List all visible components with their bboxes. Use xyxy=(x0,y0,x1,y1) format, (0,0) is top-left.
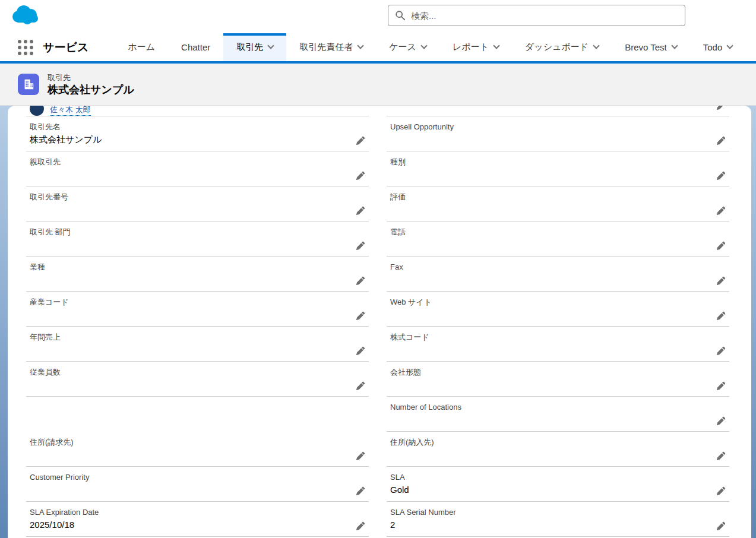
edit-pencil-button[interactable] xyxy=(716,381,726,391)
field-row: 取引先番号 xyxy=(26,186,369,221)
owner-avatar[interactable] xyxy=(30,106,44,116)
edit-pencil-button[interactable] xyxy=(356,136,365,145)
owner-link[interactable]: 佐々木 太郎 xyxy=(50,106,91,116)
edit-pencil-button[interactable] xyxy=(356,486,365,496)
chevron-down-icon xyxy=(593,42,599,49)
field-label: 住所(請求先) xyxy=(30,438,365,447)
nav-tab[interactable]: 取引先責任者 xyxy=(286,33,376,61)
field-row: 会社形態 xyxy=(387,362,729,397)
field-row: 取引先 部門 xyxy=(26,221,369,257)
edit-pencil-button[interactable] xyxy=(716,171,726,181)
field-label: 住所(納入先) xyxy=(390,438,726,447)
field-value: 2 xyxy=(390,519,726,531)
field-row xyxy=(26,397,369,432)
edit-pencil-button[interactable] xyxy=(356,521,365,531)
search-icon xyxy=(395,10,406,21)
edit-pencil-button[interactable] xyxy=(356,381,365,391)
edit-pencil-button[interactable] xyxy=(356,206,365,216)
global-search xyxy=(388,5,685,26)
edit-pencil-button[interactable] xyxy=(356,346,365,356)
field-label: SLA Expiration Date xyxy=(30,508,365,517)
field-label: 株式コード xyxy=(390,333,726,342)
edit-pencil-button[interactable] xyxy=(716,451,726,461)
field-row: 電話 xyxy=(387,221,729,257)
edit-pencil-button[interactable] xyxy=(716,416,726,426)
nav-tab-label: ホーム xyxy=(128,42,155,53)
field-label: 取引先 部門 xyxy=(30,227,365,237)
field-label: 従業員数 xyxy=(30,368,365,377)
nav-tab[interactable]: レポート xyxy=(439,33,512,61)
field-row: 株式コード xyxy=(387,327,729,362)
chevron-down-icon xyxy=(727,42,733,49)
field-row: SLA Gold xyxy=(387,467,729,502)
field-row: SLA Expiration Date 2025/10/18 xyxy=(26,502,369,537)
edit-pencil-button[interactable] xyxy=(356,451,365,461)
field-value: 株式会社サンプル xyxy=(30,134,365,145)
chevron-down-icon xyxy=(671,42,678,49)
field-row: 住所(請求先) xyxy=(26,432,369,467)
field-row: Web サイト xyxy=(387,292,729,327)
field-label: Fax xyxy=(390,262,726,272)
field-row: 親取引先 xyxy=(26,151,369,186)
account-entity-icon xyxy=(18,74,39,95)
nav-tab-label: ケース xyxy=(389,42,416,53)
field-label: Customer Priority xyxy=(30,473,365,482)
chevron-down-icon xyxy=(493,42,499,49)
field-label: 親取引先 xyxy=(30,157,365,167)
nav-tab[interactable]: ケース xyxy=(376,33,439,61)
edit-pencil-button[interactable] xyxy=(716,276,726,286)
nav-tab-label: Chatter xyxy=(181,42,210,52)
nav-tab[interactable]: Todo xyxy=(690,33,746,61)
field-row: Customer Priority xyxy=(26,467,369,502)
edit-pencil-button[interactable] xyxy=(356,241,365,251)
field-label: 年間売上 xyxy=(30,333,365,342)
edit-pencil-button[interactable] xyxy=(356,311,365,321)
edit-pencil-button[interactable] xyxy=(716,346,726,356)
field-label: 種別 xyxy=(390,157,726,167)
nav-tab-label: 取引先責任者 xyxy=(299,42,353,53)
field-label: Web サイト xyxy=(390,298,726,307)
nav-tab[interactable]: ホーム xyxy=(115,33,168,61)
app-navigation: サービス ホーム Chatter 取引先 取引先責任者 ケース レポート ダッシ… xyxy=(0,33,756,61)
edit-pencil-button[interactable] xyxy=(716,311,726,321)
field-row: SLA Serial Number 2 xyxy=(387,502,729,537)
field-value: 2025/10/18 xyxy=(30,519,365,531)
app-launcher-icon[interactable] xyxy=(18,40,33,55)
field-label: Upsell Opportunity xyxy=(390,122,726,132)
field-label: SLA xyxy=(390,473,726,482)
nav-tab[interactable]: ダッシュボード xyxy=(512,33,612,61)
edit-pencil-button[interactable] xyxy=(356,171,365,181)
edit-pencil-button[interactable] xyxy=(716,486,726,496)
owner-field-row-clipped: 佐々木 太郎 xyxy=(26,106,369,116)
field-row: 業種 xyxy=(26,257,369,292)
field-label: 電話 xyxy=(390,227,726,237)
field-label: 産業コード xyxy=(30,298,365,307)
nav-tab[interactable]: Chatter xyxy=(168,33,223,61)
nav-tab[interactable]: Brevo Test xyxy=(612,33,690,61)
search-input[interactable] xyxy=(388,5,685,26)
field-label: 会社形態 xyxy=(390,368,726,377)
edit-pencil-button[interactable] xyxy=(716,241,726,251)
field-label: 評価 xyxy=(390,192,726,202)
nav-tab[interactable]: 取引先 xyxy=(223,33,286,61)
record-detail-card: 佐々木 太郎 取引先名 株式会社サンプル 親取引先 取引先番号 取引先 xyxy=(8,106,751,538)
page-title: 株式会社サンプル xyxy=(48,83,134,97)
field-row: 取引先名 株式会社サンプル xyxy=(26,116,369,151)
record-page-header: 取引先 株式会社サンプル xyxy=(0,64,756,106)
edit-pencil-button[interactable] xyxy=(716,206,726,216)
field-row: Fax xyxy=(387,257,729,292)
field-label: SLA Serial Number xyxy=(390,508,726,517)
nav-tab-label: レポート xyxy=(453,42,489,53)
edit-pencil-button[interactable] xyxy=(356,276,365,286)
edit-pencil-button[interactable] xyxy=(716,106,726,110)
edit-pencil-button[interactable] xyxy=(716,136,726,145)
edit-pencil-button[interactable] xyxy=(716,521,726,531)
chevron-down-icon xyxy=(358,42,364,49)
field-label: 取引先名 xyxy=(30,122,365,132)
field-row: 評価 xyxy=(387,186,729,221)
nav-tab-label: ダッシュボード xyxy=(525,42,589,53)
nav-tab-label: 取引先 xyxy=(236,42,263,53)
field-row: 従業員数 xyxy=(26,362,369,397)
global-header xyxy=(0,0,756,33)
field-row: Number of Locations xyxy=(387,397,729,432)
